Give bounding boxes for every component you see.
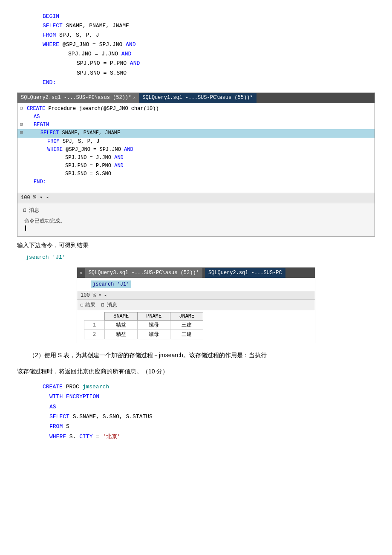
x-icon: ✕ xyxy=(80,270,83,276)
editor-2-tab-1[interactable]: SQLQuery3.sql -...SUS-PC\asus (53))* xyxy=(85,268,202,278)
top-line-5: SPJ.JNO = J.JNO AND xyxy=(43,49,375,59)
msg-icon-2: 🗒 xyxy=(101,302,105,308)
bottom-line-2: WITH ENCRYPTION xyxy=(43,392,375,402)
tab-1-close-icon[interactable]: ✕ xyxy=(133,95,135,101)
editor-2-tab-2[interactable]: SQLQuery2.sql -...SUS-PC xyxy=(205,268,285,278)
section2-para1: （2）使用 S 表，为其创建一个加密的存储过程－jmsearch。该存储过程的作… xyxy=(17,350,375,361)
result-tabs: ⊞ 结果 🗒 消息 xyxy=(77,299,315,310)
col-pname: PNAME xyxy=(138,312,170,321)
section2-para2: 该存储过程时，将返回北京供应商的所有信息。（10 分） xyxy=(17,366,375,377)
collapse-icon-3: ⊟ xyxy=(20,129,27,137)
kw-from: FROM xyxy=(43,32,56,38)
table-icon: ⊞ xyxy=(81,302,84,308)
collapse-icon-1: ⊟ xyxy=(20,105,27,113)
editor-1-footer: 100 % ▾ ◂ xyxy=(17,193,375,203)
row-num-2: 2 xyxy=(84,330,105,339)
top-line-8: END: xyxy=(43,78,375,87)
editor-2-scroll-icon[interactable]: ◂ xyxy=(104,293,107,298)
row-num-1: 1 xyxy=(84,321,105,330)
editor-2-footer: 100 % ▾ ◂ xyxy=(77,291,315,299)
editor-line-4: ⊟ SELECT SNAME, PNAME, JNAME xyxy=(17,129,375,137)
editor-2-zoom: 100 % xyxy=(81,292,96,298)
editor-line-6: WHERE @SPJ_JNO = SPJ.JNO AND xyxy=(17,146,375,154)
editor-line-1: ⊟ CREATE Procedure jsearch(@SPJ_JNO char… xyxy=(17,105,375,113)
top-code-block: BEGIN SELECT SNAME, PNAME, JNAME FROM SP… xyxy=(43,12,375,87)
table-row: 2 精益 螺母 三建 xyxy=(84,330,203,339)
messages-tab[interactable]: 🗒 消息 xyxy=(21,206,41,216)
messages-content: 命令已成功完成。 xyxy=(21,217,371,234)
col-jname: JNAME xyxy=(170,312,203,321)
sql-editor-2: ✕ SQLQuery3.sql -...SUS-PC\asus (53))* S… xyxy=(77,267,315,343)
zoom-level: 100 % xyxy=(21,194,36,202)
editor-line-8: SPJ.PNO = P.PNO AND xyxy=(17,162,375,170)
cell-jname-2: 三建 xyxy=(170,330,203,339)
query-highlighted: jsearch 'J1' xyxy=(91,280,131,288)
editor-1-tabs: SQLQuery2.sql -...SUS-PC\asus (52))* ✕ S… xyxy=(17,93,375,103)
editor-2-body: jsearch 'J1' xyxy=(77,278,315,291)
messages-pane: 🗒 消息 命令已成功完成。 xyxy=(17,203,375,237)
editor-line-5: FROM SPJ, S, P, J xyxy=(17,138,375,146)
result-tab-messages[interactable]: 🗒 消息 xyxy=(101,301,117,309)
collapse-icon-2: ⊟ xyxy=(20,121,27,129)
section2-text: （2）使用 S 表，为其创建一个加密的存储过程－jmsearch。该存储过程的作… xyxy=(17,350,375,376)
top-line-4: WHERE @SPJ_JNO = SPJ.JNO AND xyxy=(43,40,375,49)
editor-line-7: SPJ.JNO = J.JNO AND xyxy=(17,154,375,162)
bottom-line-5: FROM S xyxy=(43,422,375,431)
cell-jname-1: 三建 xyxy=(170,321,203,330)
editor-line-3: ⊟ BEGIN xyxy=(17,121,375,129)
col-empty xyxy=(84,312,105,321)
instruction-text: 输入下边命令，可得到结果 xyxy=(17,242,375,249)
editor-1-body: ⊟ CREATE Procedure jsearch(@SPJ_JNO char… xyxy=(17,103,375,193)
editor-line-10: END: xyxy=(17,178,375,186)
bottom-line-1: CREATE PROC CREATE PROC jmsearch jmsearc… xyxy=(43,382,375,392)
editor-line-9: SPJ.SNO = S.SNO xyxy=(17,170,375,178)
cell-sname-1: 精益 xyxy=(105,321,138,330)
editor-line-2: AS xyxy=(17,113,375,121)
editor-2-zoom-icon[interactable]: ▾ xyxy=(98,292,101,298)
editor-tab-1-inactive[interactable]: SQLQuery2.sql -...SUS-PC\asus (52))* ✕ xyxy=(17,93,139,103)
bottom-line-4: SELECT S.SNAME, S.SNO, S.STATUS xyxy=(43,412,375,422)
top-line-1: BEGIN xyxy=(43,12,375,21)
cell-sname-2: 精益 xyxy=(105,330,138,339)
cell-pname-2: 螺母 xyxy=(138,330,170,339)
table-row: 1 精益 螺母 三建 xyxy=(84,321,203,330)
result-table-wrap: SNAME PNAME JNAME 1 精益 螺母 三建 2 精益 螺母 三建 xyxy=(77,310,315,343)
bottom-code-section: CREATE PROC CREATE PROC jmsearch jmsearc… xyxy=(43,382,375,442)
editor-tab-1-active[interactable]: SQLQuery1.sql -...SUS-PC\asus (55))* xyxy=(139,93,256,103)
editor-2-tab-x[interactable]: ✕ xyxy=(77,268,85,278)
sql-editor-1: SQLQuery2.sql -...SUS-PC\asus (52))* ✕ S… xyxy=(17,92,375,237)
query-input-line: jsearch 'J1' xyxy=(80,280,312,289)
top-line-2: SELECT SNAME, PNAME, JNAME xyxy=(43,21,375,31)
kw-where: WHERE xyxy=(43,41,59,48)
bottom-line-3: AS xyxy=(43,402,375,412)
top-line-6: SPJ.PNO = P.PNO AND xyxy=(43,59,375,68)
top-line-3: FROM SPJ, S, P, J xyxy=(43,31,375,40)
cell-pname-1: 螺母 xyxy=(138,321,170,330)
col-sname: SNAME xyxy=(105,312,138,321)
result-table: SNAME PNAME JNAME 1 精益 螺母 三建 2 精益 螺母 三建 xyxy=(84,312,203,339)
query-cmd: jsearch 'J1' xyxy=(26,253,375,262)
kw-select: SELECT xyxy=(43,23,63,29)
result-tab-results[interactable]: ⊞ 结果 xyxy=(81,301,95,309)
messages-icon: 🗒 xyxy=(23,207,27,215)
zoom-dropdown-icon[interactable]: ▾ xyxy=(40,194,43,202)
editor-2-tabs: ✕ SQLQuery3.sql -...SUS-PC\asus (53))* S… xyxy=(77,268,315,278)
scroll-left-icon[interactable]: ◂ xyxy=(46,194,49,201)
messages-tabs: 🗒 消息 xyxy=(21,205,371,217)
bottom-line-6: WHERE S. CITY = '北京' xyxy=(43,432,375,442)
kw-begin: BEGIN xyxy=(43,13,59,20)
top-line-7: SPJ.SNO = S.SNO xyxy=(43,69,375,78)
